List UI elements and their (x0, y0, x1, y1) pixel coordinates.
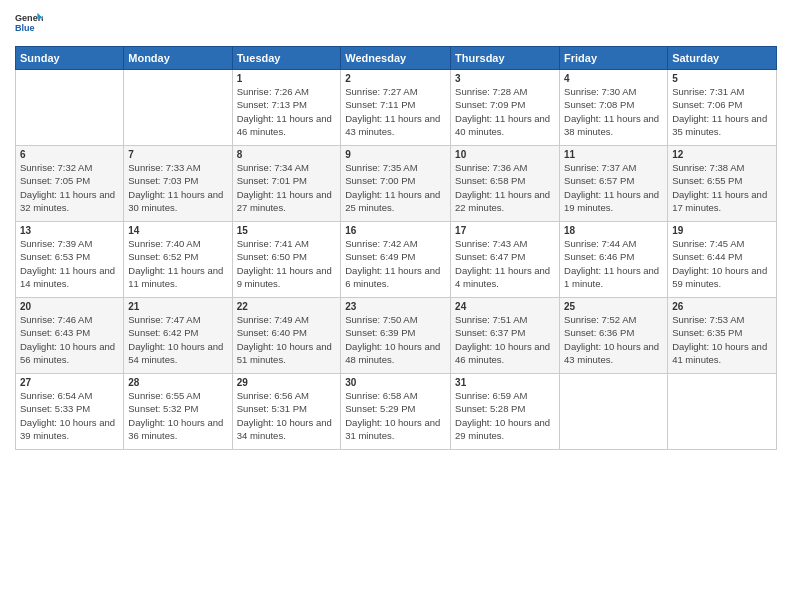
day-cell: 1Sunrise: 7:26 AM Sunset: 7:13 PM Daylig… (232, 70, 341, 146)
day-cell: 9Sunrise: 7:35 AM Sunset: 7:00 PM Daylig… (341, 146, 451, 222)
day-cell (668, 374, 777, 450)
page: GeneralBlue SundayMondayTuesdayWednesday… (0, 0, 792, 612)
day-info: Sunrise: 7:41 AM Sunset: 6:50 PM Dayligh… (237, 237, 337, 290)
day-info: Sunrise: 7:33 AM Sunset: 7:03 PM Dayligh… (128, 161, 227, 214)
day-number: 28 (128, 377, 227, 388)
day-info: Sunrise: 6:59 AM Sunset: 5:28 PM Dayligh… (455, 389, 555, 442)
logo: GeneralBlue (15, 10, 43, 38)
day-info: Sunrise: 7:26 AM Sunset: 7:13 PM Dayligh… (237, 85, 337, 138)
day-info: Sunrise: 7:31 AM Sunset: 7:06 PM Dayligh… (672, 85, 772, 138)
week-row-1: 1Sunrise: 7:26 AM Sunset: 7:13 PM Daylig… (16, 70, 777, 146)
day-number: 9 (345, 149, 446, 160)
day-number: 2 (345, 73, 446, 84)
day-info: Sunrise: 7:30 AM Sunset: 7:08 PM Dayligh… (564, 85, 663, 138)
day-cell: 29Sunrise: 6:56 AM Sunset: 5:31 PM Dayli… (232, 374, 341, 450)
day-number: 14 (128, 225, 227, 236)
day-number: 22 (237, 301, 337, 312)
day-cell (16, 70, 124, 146)
day-number: 20 (20, 301, 119, 312)
day-info: Sunrise: 6:56 AM Sunset: 5:31 PM Dayligh… (237, 389, 337, 442)
day-info: Sunrise: 6:58 AM Sunset: 5:29 PM Dayligh… (345, 389, 446, 442)
week-row-4: 20Sunrise: 7:46 AM Sunset: 6:43 PM Dayli… (16, 298, 777, 374)
day-number: 18 (564, 225, 663, 236)
day-info: Sunrise: 7:51 AM Sunset: 6:37 PM Dayligh… (455, 313, 555, 366)
weekday-header-monday: Monday (124, 47, 232, 70)
day-cell: 17Sunrise: 7:43 AM Sunset: 6:47 PM Dayli… (451, 222, 560, 298)
day-info: Sunrise: 7:36 AM Sunset: 6:58 PM Dayligh… (455, 161, 555, 214)
day-cell: 27Sunrise: 6:54 AM Sunset: 5:33 PM Dayli… (16, 374, 124, 450)
day-cell: 26Sunrise: 7:53 AM Sunset: 6:35 PM Dayli… (668, 298, 777, 374)
day-cell: 2Sunrise: 7:27 AM Sunset: 7:11 PM Daylig… (341, 70, 451, 146)
day-info: Sunrise: 7:38 AM Sunset: 6:55 PM Dayligh… (672, 161, 772, 214)
day-number: 10 (455, 149, 555, 160)
day-info: Sunrise: 7:46 AM Sunset: 6:43 PM Dayligh… (20, 313, 119, 366)
day-cell: 28Sunrise: 6:55 AM Sunset: 5:32 PM Dayli… (124, 374, 232, 450)
day-info: Sunrise: 7:42 AM Sunset: 6:49 PM Dayligh… (345, 237, 446, 290)
day-info: Sunrise: 7:32 AM Sunset: 7:05 PM Dayligh… (20, 161, 119, 214)
day-cell: 6Sunrise: 7:32 AM Sunset: 7:05 PM Daylig… (16, 146, 124, 222)
day-cell: 25Sunrise: 7:52 AM Sunset: 6:36 PM Dayli… (560, 298, 668, 374)
day-cell: 3Sunrise: 7:28 AM Sunset: 7:09 PM Daylig… (451, 70, 560, 146)
day-cell: 31Sunrise: 6:59 AM Sunset: 5:28 PM Dayli… (451, 374, 560, 450)
day-number: 8 (237, 149, 337, 160)
day-cell: 15Sunrise: 7:41 AM Sunset: 6:50 PM Dayli… (232, 222, 341, 298)
day-number: 25 (564, 301, 663, 312)
day-number: 21 (128, 301, 227, 312)
day-info: Sunrise: 7:34 AM Sunset: 7:01 PM Dayligh… (237, 161, 337, 214)
day-cell: 22Sunrise: 7:49 AM Sunset: 6:40 PM Dayli… (232, 298, 341, 374)
day-info: Sunrise: 7:37 AM Sunset: 6:57 PM Dayligh… (564, 161, 663, 214)
day-cell: 4Sunrise: 7:30 AM Sunset: 7:08 PM Daylig… (560, 70, 668, 146)
day-number: 19 (672, 225, 772, 236)
day-info: Sunrise: 7:40 AM Sunset: 6:52 PM Dayligh… (128, 237, 227, 290)
day-number: 17 (455, 225, 555, 236)
day-info: Sunrise: 7:47 AM Sunset: 6:42 PM Dayligh… (128, 313, 227, 366)
day-number: 1 (237, 73, 337, 84)
day-info: Sunrise: 7:52 AM Sunset: 6:36 PM Dayligh… (564, 313, 663, 366)
day-info: Sunrise: 7:43 AM Sunset: 6:47 PM Dayligh… (455, 237, 555, 290)
day-cell: 24Sunrise: 7:51 AM Sunset: 6:37 PM Dayli… (451, 298, 560, 374)
day-number: 15 (237, 225, 337, 236)
day-cell: 12Sunrise: 7:38 AM Sunset: 6:55 PM Dayli… (668, 146, 777, 222)
day-number: 16 (345, 225, 446, 236)
day-number: 7 (128, 149, 227, 160)
svg-text:Blue: Blue (15, 23, 35, 33)
day-cell: 5Sunrise: 7:31 AM Sunset: 7:06 PM Daylig… (668, 70, 777, 146)
day-number: 24 (455, 301, 555, 312)
day-cell (124, 70, 232, 146)
weekday-header-friday: Friday (560, 47, 668, 70)
day-cell: 30Sunrise: 6:58 AM Sunset: 5:29 PM Dayli… (341, 374, 451, 450)
day-number: 6 (20, 149, 119, 160)
day-info: Sunrise: 7:27 AM Sunset: 7:11 PM Dayligh… (345, 85, 446, 138)
day-info: Sunrise: 7:53 AM Sunset: 6:35 PM Dayligh… (672, 313, 772, 366)
logo-icon: GeneralBlue (15, 10, 43, 38)
day-info: Sunrise: 7:39 AM Sunset: 6:53 PM Dayligh… (20, 237, 119, 290)
day-number: 30 (345, 377, 446, 388)
day-number: 12 (672, 149, 772, 160)
day-number: 26 (672, 301, 772, 312)
day-number: 23 (345, 301, 446, 312)
day-number: 4 (564, 73, 663, 84)
day-info: Sunrise: 7:45 AM Sunset: 6:44 PM Dayligh… (672, 237, 772, 290)
weekday-header-tuesday: Tuesday (232, 47, 341, 70)
day-number: 27 (20, 377, 119, 388)
day-cell: 11Sunrise: 7:37 AM Sunset: 6:57 PM Dayli… (560, 146, 668, 222)
week-row-3: 13Sunrise: 7:39 AM Sunset: 6:53 PM Dayli… (16, 222, 777, 298)
weekday-header-wednesday: Wednesday (341, 47, 451, 70)
day-number: 11 (564, 149, 663, 160)
day-info: Sunrise: 6:54 AM Sunset: 5:33 PM Dayligh… (20, 389, 119, 442)
day-cell: 8Sunrise: 7:34 AM Sunset: 7:01 PM Daylig… (232, 146, 341, 222)
day-info: Sunrise: 7:49 AM Sunset: 6:40 PM Dayligh… (237, 313, 337, 366)
weekday-header-sunday: Sunday (16, 47, 124, 70)
day-number: 29 (237, 377, 337, 388)
day-info: Sunrise: 6:55 AM Sunset: 5:32 PM Dayligh… (128, 389, 227, 442)
day-cell: 13Sunrise: 7:39 AM Sunset: 6:53 PM Dayli… (16, 222, 124, 298)
day-cell: 20Sunrise: 7:46 AM Sunset: 6:43 PM Dayli… (16, 298, 124, 374)
day-info: Sunrise: 7:28 AM Sunset: 7:09 PM Dayligh… (455, 85, 555, 138)
day-number: 3 (455, 73, 555, 84)
day-cell: 21Sunrise: 7:47 AM Sunset: 6:42 PM Dayli… (124, 298, 232, 374)
day-number: 5 (672, 73, 772, 84)
weekday-header-saturday: Saturday (668, 47, 777, 70)
day-cell: 14Sunrise: 7:40 AM Sunset: 6:52 PM Dayli… (124, 222, 232, 298)
day-info: Sunrise: 7:50 AM Sunset: 6:39 PM Dayligh… (345, 313, 446, 366)
day-cell: 19Sunrise: 7:45 AM Sunset: 6:44 PM Dayli… (668, 222, 777, 298)
